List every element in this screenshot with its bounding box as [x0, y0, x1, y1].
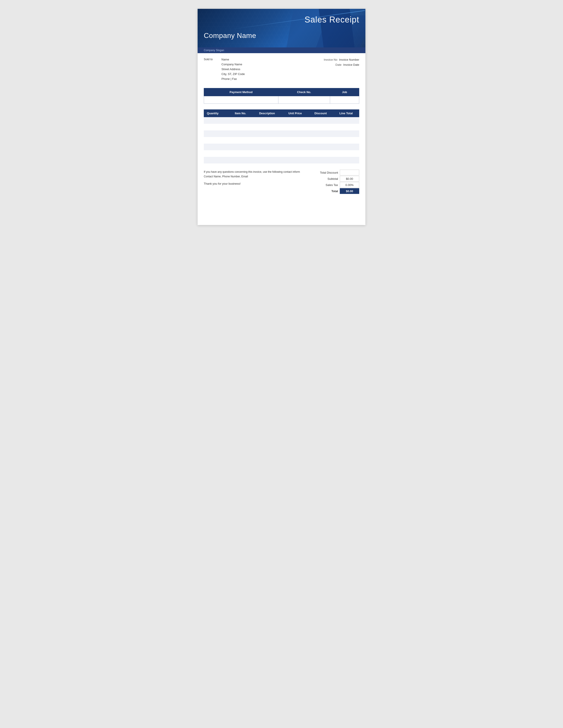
- discount-header: Discount: [308, 109, 333, 117]
- payment-header-row: Payment Method Check No. Job: [204, 88, 359, 96]
- total-label: Total: [311, 190, 340, 193]
- items-row-5: [204, 150, 359, 157]
- items-cell-2-1[interactable]: [229, 130, 252, 137]
- items-cell-0-4[interactable]: [308, 117, 333, 124]
- items-cell-5-0[interactable]: [204, 150, 229, 157]
- items-cell-5-1[interactable]: [229, 150, 252, 157]
- job-header: Job: [330, 88, 359, 96]
- sold-to-phone: Phone | Fax: [221, 77, 324, 81]
- items-row-3: [204, 137, 359, 144]
- items-cell-5-4[interactable]: [308, 150, 333, 157]
- items-cell-1-4[interactable]: [308, 124, 333, 130]
- totals-section: If you have any questions concerning thi…: [197, 165, 366, 197]
- payment-table-container: Payment Method Check No. Job: [197, 84, 366, 105]
- items-row-1: [204, 124, 359, 130]
- total-discount-value[interactable]: [340, 170, 359, 175]
- items-cell-3-3[interactable]: [282, 137, 308, 144]
- invoice-number-label: Invoice No: [324, 57, 337, 62]
- items-table: Quantity Item No. Description Unit Price…: [204, 109, 359, 163]
- sold-to-city: City, ST, ZIP Code: [221, 72, 324, 77]
- items-cell-1-5[interactable]: [333, 124, 359, 130]
- payment-method-header: Payment Method: [204, 88, 278, 96]
- items-header-row: Quantity Item No. Description Unit Price…: [204, 109, 359, 117]
- payment-data-row: [204, 96, 359, 104]
- total-discount-label: Total Discount: [311, 171, 340, 174]
- items-cell-3-2[interactable]: [252, 137, 282, 144]
- company-name: Company Name: [204, 32, 256, 40]
- items-cell-6-3[interactable]: [282, 157, 308, 163]
- subtotal-row: Subtotal $0.00: [311, 176, 359, 182]
- items-cell-4-4[interactable]: [308, 144, 333, 150]
- invoice-date-value: Invoice Date: [343, 62, 359, 67]
- invoice-date-row: Date Invoice Date: [324, 62, 359, 67]
- items-cell-6-2[interactable]: [252, 157, 282, 163]
- items-cell-3-4[interactable]: [308, 137, 333, 144]
- items-cell-6-1[interactable]: [229, 157, 252, 163]
- items-cell-3-1[interactable]: [229, 137, 252, 144]
- company-slogan: Company Slogan: [204, 49, 224, 52]
- contact-info: Contact Name, Phone Number, Email: [204, 174, 306, 179]
- total-row: Total $0.00: [311, 188, 359, 194]
- items-cell-2-5[interactable]: [333, 130, 359, 137]
- sold-to-company: Company Name: [221, 62, 324, 67]
- sold-to-name: Name: [221, 57, 324, 62]
- items-cell-0-3[interactable]: [282, 117, 308, 124]
- items-cell-1-3[interactable]: [282, 124, 308, 130]
- items-cell-1-0[interactable]: [204, 124, 229, 130]
- items-table-container: Quantity Item No. Description Unit Price…: [197, 105, 366, 165]
- items-cell-3-5[interactable]: [333, 137, 359, 144]
- items-cell-6-5[interactable]: [333, 157, 359, 163]
- thank-you-text: Thank you for your business!: [204, 181, 306, 186]
- items-cell-5-5[interactable]: [333, 150, 359, 157]
- items-cell-4-1[interactable]: [229, 144, 252, 150]
- items-cell-1-2[interactable]: [252, 124, 282, 130]
- sold-to-street: Street Address: [221, 67, 324, 72]
- items-cell-5-2[interactable]: [252, 150, 282, 157]
- items-cell-4-0[interactable]: [204, 144, 229, 150]
- sales-tax-row: Sales Tax 0.00%: [311, 182, 359, 188]
- sold-to-details: Name Company Name Street Address City, S…: [221, 57, 324, 81]
- items-cell-2-0[interactable]: [204, 130, 229, 137]
- subtotal-value[interactable]: $0.00: [340, 176, 359, 182]
- invoice-date-label: Date: [336, 62, 341, 67]
- payment-method-cell[interactable]: [204, 96, 278, 104]
- items-cell-0-2[interactable]: [252, 117, 282, 124]
- item-no-header: Item No.: [229, 109, 252, 117]
- items-cell-4-3[interactable]: [282, 144, 308, 150]
- invoice-number-value: Invoice Number: [339, 57, 359, 62]
- job-cell[interactable]: [330, 96, 359, 104]
- items-row-0: [204, 117, 359, 124]
- items-cell-0-1[interactable]: [229, 117, 252, 124]
- items-row-6: [204, 157, 359, 163]
- items-cell-6-4[interactable]: [308, 157, 333, 163]
- items-cell-2-3[interactable]: [282, 130, 308, 137]
- line-total-header: Line Total: [333, 109, 359, 117]
- totals-table: Total Discount Subtotal $0.00 Sales Tax …: [311, 170, 359, 194]
- items-cell-5-3[interactable]: [282, 150, 308, 157]
- items-cell-4-2[interactable]: [252, 144, 282, 150]
- notes-section: If you have any questions concerning thi…: [204, 170, 311, 186]
- description-header: Description: [252, 109, 282, 117]
- items-cell-6-0[interactable]: [204, 157, 229, 163]
- check-no-cell[interactable]: [278, 96, 330, 104]
- subtotal-label: Subtotal: [311, 177, 340, 180]
- payment-table: Payment Method Check No. Job: [204, 88, 359, 104]
- document-title: Sales Receipt: [305, 15, 359, 24]
- sales-tax-value[interactable]: 0.00%: [340, 182, 359, 188]
- items-cell-2-4[interactable]: [308, 130, 333, 137]
- items-row-4: [204, 144, 359, 150]
- check-no-header: Check No.: [278, 88, 330, 96]
- items-cell-4-5[interactable]: [333, 144, 359, 150]
- total-value: $0.00: [340, 188, 359, 194]
- items-cell-3-0[interactable]: [204, 137, 229, 144]
- slogan-bar: Company Slogan: [197, 47, 366, 53]
- items-cell-2-2[interactable]: [252, 130, 282, 137]
- invoice-info: Invoice No Invoice Number Date Invoice D…: [324, 57, 359, 81]
- total-discount-row: Total Discount: [311, 170, 359, 175]
- items-cell-0-5[interactable]: [333, 117, 359, 124]
- items-cell-1-1[interactable]: [229, 124, 252, 130]
- items-cell-0-0[interactable]: [204, 117, 229, 124]
- sales-tax-label: Sales Tax: [311, 183, 340, 187]
- sold-to-label: Sold to: [204, 57, 221, 81]
- sold-to-section: Sold to Name Company Name Street Address…: [197, 53, 366, 84]
